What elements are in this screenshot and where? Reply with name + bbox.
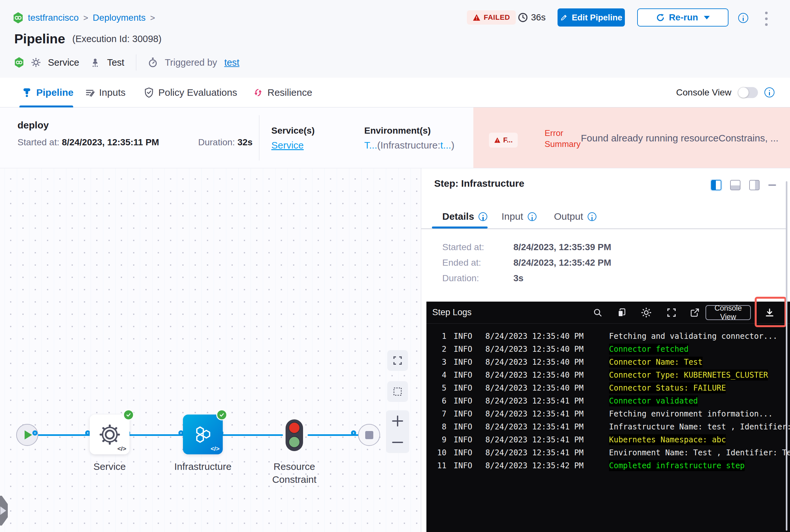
started-at-value: 8/24/2023, 12:35:11 PM <box>62 137 159 147</box>
stop-icon <box>365 431 373 439</box>
warning-triangle-icon <box>494 137 500 143</box>
log-timestamp: 8/24/2023 12:35:40 PM <box>485 381 584 395</box>
panel-scrollbar[interactable] <box>786 181 787 531</box>
status-badge-label: FAILED <box>484 13 510 22</box>
trigger-user-link[interactable]: test <box>224 57 240 68</box>
breadcrumb-separator: > <box>150 13 155 23</box>
layout-split-view-button[interactable] <box>711 180 721 190</box>
clock-icon <box>518 13 528 22</box>
console-view-toggle[interactable] <box>738 87 758 98</box>
log-timestamp: 8/24/2023 12:35:41 PM <box>485 407 584 420</box>
service-step-node[interactable]: </> <box>90 415 129 454</box>
tab-pipeline-label: Pipeline <box>36 87 73 98</box>
layout-right-view-button[interactable] <box>749 180 759 190</box>
meta-service-label: Service <box>48 57 79 68</box>
execution-id: (Execution Id: 30098) <box>72 34 162 44</box>
console-view-info-icon[interactable] <box>765 88 774 97</box>
tab-inputs[interactable]: Inputs <box>85 78 126 107</box>
details-info-icon[interactable] <box>479 212 487 221</box>
page-header: testfrancisco > Deployments > Pipeline (… <box>0 0 790 78</box>
environment-link[interactable]: T... <box>364 140 377 151</box>
resource-constraint-node-label: Resource Constraint <box>267 460 322 486</box>
zoom-in-button[interactable] <box>386 410 409 432</box>
error-status-badge-label: F... <box>503 136 513 144</box>
elapsed-time-value: 36s <box>531 12 546 23</box>
canvas-select-button[interactable] <box>387 381 408 402</box>
rerun-info-icon[interactable] <box>738 13 748 23</box>
resource-constraint-node[interactable] <box>286 419 303 451</box>
log-timestamp: 8/24/2023 12:35:41 PM <box>485 420 584 433</box>
stage-name: deploy <box>17 120 49 131</box>
traffic-light-red <box>289 422 300 434</box>
log-console-view-button[interactable]: Console View <box>705 305 751 320</box>
triggered-by-label: Triggered by <box>165 57 217 68</box>
log-timestamp: 8/24/2023 12:35:42 PM <box>485 459 584 472</box>
log-line-number: 3 <box>426 356 446 368</box>
tab-resilience[interactable]: Resilience <box>253 78 312 107</box>
tab-policy-evaluations-label: Policy Evaluations <box>158 87 237 98</box>
tab-resilience-label: Resilience <box>268 87 312 98</box>
edit-pipeline-button[interactable]: Edit Pipeline <box>557 8 625 26</box>
input-info-icon[interactable] <box>528 212 536 221</box>
log-download-button[interactable] <box>763 306 776 319</box>
log-timestamp: 8/24/2023 12:35:40 PM <box>485 330 584 343</box>
log-level: INFO <box>454 381 472 395</box>
success-check-badge <box>123 410 134 420</box>
meta-environment-label: Test <box>107 57 124 68</box>
rerun-label: Re-run <box>669 12 698 23</box>
services-column-label: Service(s) <box>271 126 315 136</box>
expand-left-panel-handle[interactable] <box>0 496 8 526</box>
error-summary-text: Found already running resourceConstrains… <box>581 133 782 144</box>
step-logs-header: Step Logs Console View <box>426 302 790 324</box>
tab-output[interactable]: Output <box>554 207 596 227</box>
tab-policy-evaluations[interactable]: Policy Evaluations <box>144 78 237 107</box>
infrastructure-link[interactable]: t... <box>440 140 451 151</box>
shield-check-icon <box>144 88 154 98</box>
log-fullscreen-button[interactable] <box>666 307 677 318</box>
gear-icon <box>641 307 651 318</box>
tab-pipeline[interactable]: Pipeline <box>22 78 73 107</box>
detail-started-label: Started at: <box>442 242 490 252</box>
search-icon <box>593 308 603 318</box>
toggle-knob <box>738 88 749 98</box>
details-tabs-divider <box>421 228 787 229</box>
environment-value: T...(Infrastructure:t...) <box>364 140 454 151</box>
log-line-number: 8 <box>426 420 446 433</box>
breadcrumb-deployments-link[interactable]: Deployments <box>93 13 145 23</box>
minimize-panel-button[interactable] <box>768 185 776 186</box>
log-message: Connector Status: FAILURE <box>609 382 726 394</box>
step-logs-body[interactable]: 1INFO8/24/2023 12:35:40 PMFetching and v… <box>426 324 790 532</box>
breadcrumb-project-link[interactable]: testfrancisco <box>28 13 79 23</box>
log-copy-button[interactable] <box>616 307 627 318</box>
canvas-fullscreen-button[interactable] <box>387 350 408 371</box>
detail-started-value: 8/24/2023, 12:35:39 PM <box>514 242 611 252</box>
zoom-out-button[interactable] <box>386 432 409 453</box>
log-search-button[interactable] <box>592 307 603 318</box>
log-settings-button[interactable] <box>641 307 652 318</box>
log-level: INFO <box>454 446 472 459</box>
log-timestamp: 8/24/2023 12:35:40 PM <box>485 343 584 356</box>
warning-triangle-icon <box>473 14 480 21</box>
error-summary-label: Error Summary <box>545 128 581 150</box>
infrastructure-hexagons-icon <box>193 425 213 444</box>
layout-bottom-view-button[interactable] <box>730 180 740 190</box>
log-open-new-tab-button[interactable] <box>689 307 700 318</box>
fullscreen-icon <box>393 356 402 365</box>
more-options-menu[interactable] <box>761 12 772 26</box>
pipeline-graph-canvas[interactable]: </> </> Service Infrastructure Resource … <box>0 168 421 532</box>
error-summary-zone: F... Error Summary Found already running… <box>473 108 790 168</box>
log-timestamp: 8/24/2023 12:35:40 PM <box>485 368 584 381</box>
rerun-button[interactable]: Re-run <box>637 8 729 26</box>
duration-label: Duration: <box>198 137 235 147</box>
infrastructure-step-node[interactable]: </> <box>183 415 223 454</box>
rerun-caret-icon <box>704 16 710 19</box>
service-link[interactable]: Service <box>271 140 304 151</box>
stage-started-at: Started at: 8/24/2023, 12:35:11 PM <box>17 137 159 148</box>
tab-details[interactable]: Details <box>442 207 487 227</box>
output-info-icon[interactable] <box>588 212 596 221</box>
pipeline-end-node[interactable] <box>358 424 380 446</box>
external-link-icon <box>690 308 700 318</box>
tab-input[interactable]: Input <box>501 207 536 227</box>
plus-icon <box>392 420 403 422</box>
detail-duration-value: 3s <box>514 273 523 283</box>
